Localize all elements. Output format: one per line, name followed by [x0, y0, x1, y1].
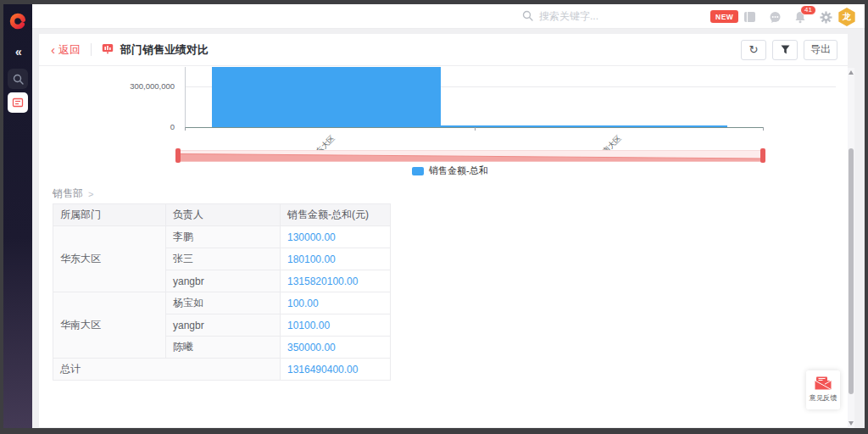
back-chevron-icon: ‹	[51, 43, 55, 56]
settings-gear-icon[interactable]	[819, 10, 832, 24]
datazoom-slider[interactable]	[178, 150, 763, 162]
refresh-icon: ↻	[749, 43, 759, 56]
vertical-scrollbar[interactable]	[848, 68, 854, 428]
amount-cell[interactable]: 100.00	[281, 292, 391, 314]
scrollbar-thumb[interactable]	[849, 148, 854, 394]
amount-cell[interactable]: 130000.00	[281, 226, 391, 248]
main-area: 搜索关键字... NEW 41 龙	[32, 4, 865, 428]
filter-button[interactable]	[772, 40, 798, 60]
sidebar-item-report-active[interactable]	[8, 92, 28, 113]
help-doc-icon[interactable]	[743, 10, 756, 24]
search-icon	[522, 9, 533, 25]
report-header: ‹ 返回 部门销售业绩对比 ↻ 导出	[39, 34, 848, 66]
filter-funnel-icon	[781, 45, 790, 54]
table-total-row: 总计 1316490400.00	[53, 359, 391, 381]
user-avatar[interactable]: 龙	[837, 8, 856, 26]
person-cell: 张三	[166, 248, 281, 270]
total-label-cell: 总计	[53, 359, 281, 381]
amount-cell[interactable]: 10100.00	[281, 314, 391, 337]
refresh-button[interactable]: ↻	[741, 40, 766, 60]
col-header-person: 负责人	[166, 204, 281, 226]
global-search-input[interactable]: 搜索关键字...	[522, 4, 598, 29]
feedback-button[interactable]: 意见反馈	[806, 370, 840, 409]
person-cell: 陈曦	[166, 337, 281, 359]
header-divider	[91, 43, 92, 56]
feedback-envelope-icon	[815, 376, 832, 390]
app-logo-icon[interactable]	[9, 13, 26, 30]
col-header-department: 所属部门	[53, 204, 166, 226]
x-axis-line	[185, 127, 763, 128]
bar-huadong[interactable]	[212, 67, 441, 127]
feedback-label: 意见反馈	[809, 393, 837, 403]
new-badge: NEW	[710, 10, 738, 23]
table-row: 华东大区 李鹏 130000.00	[53, 226, 391, 248]
legend-swatch	[412, 167, 424, 175]
breadcrumb-separator-icon: >	[88, 189, 93, 199]
amount-cell[interactable]: 1315820100.00	[281, 270, 391, 292]
y-axis-line	[185, 67, 186, 127]
window-frame: « 搜索关键字... NEW	[0, 0, 868, 434]
total-value-cell[interactable]: 1316490400.00	[281, 359, 391, 381]
table-header-row: 所属部门 负责人 销售金额-总和(元)	[53, 204, 391, 226]
x-axis-tick	[475, 127, 476, 131]
back-button[interactable]: ‹ 返回	[51, 42, 81, 58]
datazoom-left-handle[interactable]	[175, 148, 181, 163]
search-placeholder: 搜索关键字...	[539, 9, 598, 24]
dept-cell: 华东大区	[53, 226, 166, 292]
content-area: ‹ 返回 部门销售业绩对比 ↻ 导出	[32, 29, 865, 428]
person-cell: 李鹏	[166, 226, 281, 248]
y-axis-tick-300m: 300,000,000	[73, 81, 175, 91]
back-label: 返回	[58, 42, 81, 58]
sidebar-search-icon[interactable]	[8, 69, 28, 89]
sidebar-collapse-icon[interactable]: «	[3, 45, 32, 58]
dept-cell: 华南大区	[53, 292, 166, 359]
x-axis-tick	[185, 127, 186, 131]
amount-cell[interactable]: 350000.00	[281, 337, 391, 359]
report-chart-icon	[102, 42, 114, 58]
scroll-up-icon[interactable]	[849, 70, 854, 75]
report-card: ‹ 返回 部门销售业绩对比 ↻ 导出	[39, 34, 848, 427]
page-title: 部门销售业绩对比	[120, 42, 209, 58]
scroll-down-icon[interactable]	[849, 421, 854, 426]
datazoom-right-handle[interactable]	[760, 148, 765, 163]
app: « 搜索关键字... NEW	[3, 4, 865, 428]
sales-table: 所属部门 负责人 销售金额-总和(元) 华东大区 李鹏 130000.00 张三…	[53, 203, 391, 381]
legend-label: 销售金额-总和	[429, 164, 488, 177]
breadcrumb-dept[interactable]: 销售部	[53, 186, 83, 201]
y-axis-tick-0: 0	[73, 122, 175, 131]
person-cell: yangbr	[166, 314, 281, 337]
amount-cell[interactable]: 180100.00	[281, 248, 391, 270]
table-row: 华南大区 杨宝如 100.00	[53, 292, 391, 314]
col-header-amount: 销售金额-总和(元)	[281, 204, 391, 226]
x-axis-tick	[763, 127, 764, 131]
export-button[interactable]: 导出	[804, 40, 837, 60]
topbar: 搜索关键字... NEW 41 龙	[32, 4, 865, 29]
messages-icon[interactable]	[768, 10, 782, 24]
notification-count-badge: 41	[800, 5, 816, 15]
person-cell: 杨宝如	[166, 292, 281, 314]
breadcrumb[interactable]: 销售部 >	[53, 186, 93, 201]
sidebar: «	[3, 4, 32, 428]
chart-legend[interactable]: 销售金额-总和	[412, 164, 488, 177]
person-cell: yangbr	[166, 270, 281, 292]
